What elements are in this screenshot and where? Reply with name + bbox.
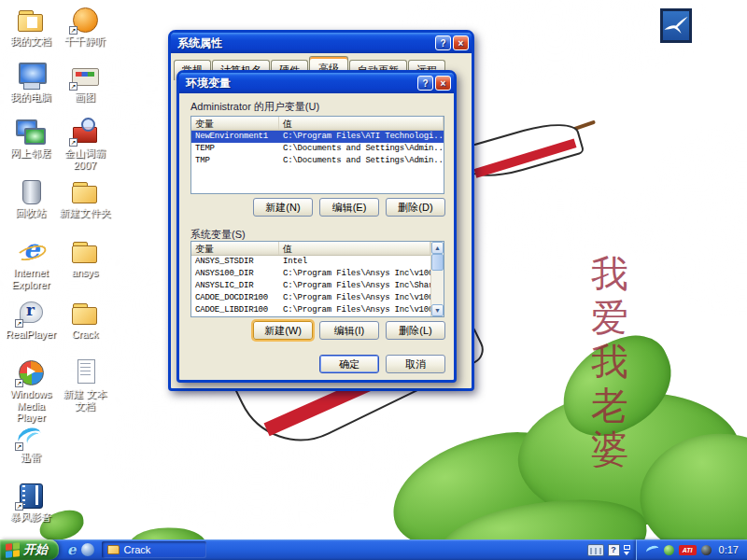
value-cell: C:\Documents and Settings\Admin... (279, 143, 444, 155)
desktop-icon-label: 新建文件夹 (58, 207, 112, 219)
desktop-icon-label: 迅雷 (4, 452, 58, 464)
desktop-icon-label: 我的电脑 (4, 91, 58, 104)
desktop-icon-new-folder[interactable]: 新建文件夹 (58, 177, 112, 219)
language-options-icon[interactable] (624, 545, 630, 555)
name-cell: ComSpec (191, 316, 279, 317)
variable-row[interactable]: ANSYS_STSDIRIntel (191, 256, 430, 268)
button-1-userbtns[interactable]: 新建(N) (253, 198, 313, 217)
help-icon[interactable]: ? (417, 76, 433, 91)
value-cell: C:\Program Files\ATI Technologi... (279, 131, 444, 143)
desktop-icon-label: Windows Media Player (4, 388, 58, 424)
variable-row[interactable]: ComSpecC:\WINDOWS\system32\cmd.exe (191, 316, 430, 317)
powerword-2007-icon: ↗ (69, 118, 101, 146)
environment-variables-titlebar[interactable]: 环境变量 ? × (179, 73, 454, 93)
desktop-icon-label: ansys (58, 267, 112, 279)
column-header-1[interactable]: 变量 (191, 242, 279, 255)
close-icon[interactable]: × (453, 35, 469, 50)
system-variables-list[interactable]: 变量值 ▲ ▼ ANSYS_STSDIRIntelANSYS100_DIRC:\… (190, 241, 444, 317)
ie-quicklaunch-icon[interactable]: e (67, 542, 77, 557)
my-documents-icon (15, 6, 47, 34)
desktop-icon-windows-media-player[interactable]: ↗Windows Media Player (4, 358, 58, 424)
desktop-icon-powerword-2007[interactable]: ↗金山词霸2007 (58, 118, 112, 171)
value-cell: C:\Documents and Settings\Admin... (279, 155, 444, 167)
desktop-icon-label: 暴风影音 (4, 511, 58, 524)
start-button[interactable]: 开始 (0, 539, 59, 560)
variable-row[interactable]: TMPC:\Documents and Settings\Admin... (191, 155, 444, 167)
ttplayer-icon: ↗ (69, 6, 101, 34)
my-computer-icon (15, 62, 47, 90)
thunder-tray-icon[interactable] (645, 544, 660, 556)
new-folder-icon (69, 177, 101, 205)
desktop-icon-recycle-bin[interactable]: 回收站 (4, 177, 58, 219)
storm-player-icon: ↗ (15, 482, 47, 510)
button-3-sysbtns[interactable]: 删除(L) (386, 321, 445, 340)
column-header-2[interactable]: 值 (279, 117, 444, 130)
language-bar: ? (587, 544, 636, 556)
desktop-icon-my-computer[interactable]: 我的电脑 (4, 62, 58, 104)
value-cell: Intel (279, 256, 430, 268)
quicklaunch-icon-2[interactable] (81, 543, 94, 556)
desktop-icon-network-places[interactable]: 网上邻居 (4, 118, 58, 160)
keyboard-input-icon[interactable] (587, 544, 604, 556)
desktop-icon-label: RealPlayer (4, 329, 58, 341)
button-2-userbtns[interactable]: 编辑(E) (319, 198, 379, 217)
variable-row[interactable]: CADOE_DOCDIR100C:\Program Files\Ansys In… (191, 292, 430, 304)
button-2-sysbtns[interactable]: 编辑(I) (319, 321, 379, 340)
desktop-icon-label: Internet Explorer (4, 267, 58, 290)
green-tray-icon[interactable] (664, 545, 674, 555)
system-variables-buttons: 新建(W)编辑(I)删除(L) (253, 321, 445, 340)
system-variables-label: 系统变量(S) (190, 228, 246, 242)
desktop-icon-internet-explorer[interactable]: Internet Explorer (4, 237, 58, 290)
column-header-1[interactable]: 变量 (191, 117, 279, 130)
ati-tray-icon[interactable]: ATI (679, 545, 697, 555)
desktop-icon-label: Crack (58, 329, 112, 341)
desktop-icon-ansys-folder[interactable]: ansys (58, 237, 112, 279)
desktop-icon-crack-folder[interactable]: Crack (58, 299, 112, 341)
desktop-icon-realplayer[interactable]: ↗RealPlayer (4, 299, 58, 341)
desktop-icon-storm-player[interactable]: ↗暴风影音 (4, 482, 58, 524)
realplayer-icon: ↗ (15, 299, 47, 327)
windows-media-player-icon: ↗ (15, 358, 47, 386)
vertical-scrollbar[interactable]: ▲ ▼ (430, 242, 444, 316)
desktop-icon-ttplayer[interactable]: ↗千千静听 (58, 6, 112, 48)
desktop-icon-my-documents[interactable]: 我的文档 (4, 6, 58, 48)
variable-row[interactable]: TEMPC:\Documents and Settings\Admin... (191, 143, 444, 155)
language-help-icon[interactable]: ? (608, 544, 620, 556)
column-header-2[interactable]: 值 (279, 242, 430, 255)
button-1-sysbtns[interactable]: 新建(W) (253, 321, 313, 340)
value-cell: C:\Program Files\Ansys Inc\v100... (279, 304, 430, 316)
new-text-document-icon (69, 358, 101, 386)
cancel-button[interactable]: 取消 (386, 355, 445, 373)
desktop-background: 我爱我老婆 我的文档↗千千静听我的电脑↗画图网上邻居↗金山词霸2007回收站新建… (0, 0, 747, 560)
name-cell: CADOE_DOCDIR100 (191, 292, 279, 304)
ok-button[interactable]: 确定 (319, 355, 379, 373)
system-properties-titlebar[interactable]: 系统属性 ? × (171, 33, 472, 53)
close-icon[interactable]: × (435, 76, 451, 91)
user-variables-list[interactable]: 变量值NewEnvironment1C:\Program Files\ATI T… (190, 116, 444, 194)
button-3-userbtns[interactable]: 删除(D) (386, 198, 445, 217)
scroll-down-icon[interactable]: ▼ (431, 304, 444, 316)
help-icon[interactable]: ? (435, 35, 451, 50)
name-cell: ANSYSLIC_DIR (191, 280, 279, 292)
variable-row[interactable]: ANSYS100_DIRC:\Program Files\Ansys Inc\v… (191, 268, 430, 280)
ansys-folder-icon (69, 237, 101, 265)
desktop-icon-label: 金山词霸2007 (58, 147, 112, 171)
paint-icon: ↗ (69, 62, 101, 90)
variable-row[interactable]: ANSYSLIC_DIRC:\Program Files\Ansys Inc\S… (191, 280, 430, 292)
desktop-icon-thunder[interactable]: ↗迅雷 (4, 422, 58, 464)
user-variables-buttons: 新建(N)编辑(E)删除(D) (253, 198, 445, 217)
scrollbar-thumb[interactable] (431, 254, 444, 271)
variable-row[interactable]: CADOE_LIBDIR100C:\Program Files\Ansys In… (191, 304, 430, 316)
variable-row[interactable]: NewEnvironment1C:\Program Files\ATI Tech… (191, 131, 444, 143)
name-cell: ANSYS_STSDIR (191, 256, 279, 268)
scroll-up-icon[interactable]: ▲ (431, 242, 444, 254)
value-cell: C:\WINDOWS\system32\cmd.exe (279, 316, 430, 317)
desktop-icon-paint[interactable]: ↗画图 (58, 62, 112, 104)
dark-tray-icon[interactable] (701, 545, 712, 555)
value-cell: C:\Program Files\Ansys Inc\v100... (279, 292, 430, 304)
shortcut-arrow-overlay: ↗ (15, 442, 23, 451)
task-button-crack[interactable]: Crack (102, 541, 206, 558)
desktop-icon-new-text-document[interactable]: 新建 文本文档 (58, 358, 112, 412)
name-cell: TMP (191, 155, 279, 167)
system-tray: ATI 0:17 (636, 539, 747, 560)
